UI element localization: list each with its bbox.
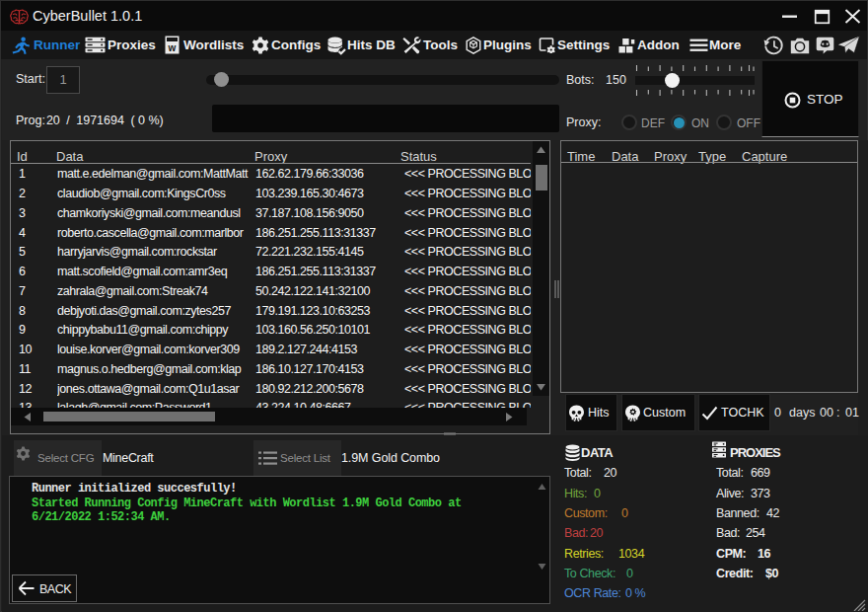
svg-text:w: w	[168, 42, 177, 53]
